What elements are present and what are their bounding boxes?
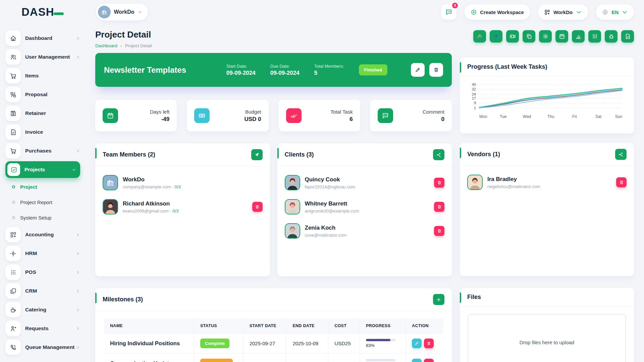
chevron-right-icon — [76, 345, 80, 350]
remove-client-button[interactable] — [434, 178, 444, 188]
edit-milestone-button[interactable] — [412, 359, 422, 362]
sidebar-item[interactable]: Projects — [5, 161, 80, 178]
progress-chart-title: Progress (Last Week Tasks) — [467, 63, 547, 70]
toolbar-button[interactable] — [572, 30, 585, 43]
file-dropzone[interactable]: Drop files here to upload — [468, 314, 626, 362]
stat-value: 6 — [330, 116, 353, 123]
svg-text:Sun: Sun — [615, 114, 622, 119]
chevron-right-icon — [76, 55, 80, 59]
sidebar-item[interactable]: Retainer — [5, 104, 80, 123]
sidebar-item[interactable]: Dashboard — [5, 29, 80, 48]
client-email: fapor22014@oglerau.com — [305, 184, 356, 189]
column-header: ACTION — [406, 318, 443, 334]
member-name: Richard Atkinson — [123, 200, 178, 207]
topbar: DASH WorkDo 0 Create Workspace WorkDo EN — [0, 0, 644, 24]
sidebar-item[interactable]: Proposal — [5, 85, 80, 104]
svg-text:Wed: Wed — [523, 114, 531, 119]
toolbar-button[interactable] — [605, 30, 618, 43]
workspace-switcher[interactable]: WorkDo — [96, 4, 148, 20]
remove-client-button[interactable] — [434, 202, 444, 212]
milestones-card: Milestones (3) NAMESTATUSSTART DATEEND D… — [95, 288, 452, 362]
sidebar-item-label: Dashboard — [25, 35, 76, 41]
report-file-icon — [625, 33, 631, 40]
svg-text:Tue: Tue — [500, 114, 507, 119]
retainer-icon — [10, 110, 17, 117]
sidebar-item[interactable]: Accounting — [5, 225, 80, 244]
sidebar-item[interactable]: Catering — [5, 300, 80, 319]
toolbar-button[interactable] — [490, 30, 502, 43]
files-title: Files — [467, 294, 481, 301]
svg-text:32: 32 — [472, 87, 476, 91]
sidebar-item[interactable]: Invoice — [5, 123, 80, 141]
breadcrumb-separator: › — [120, 43, 122, 48]
edit-milestone-button[interactable] — [412, 339, 422, 348]
logo[interactable]: DASH — [21, 6, 64, 18]
team-members-card: Team Members (2) WorkDo — [95, 143, 270, 276]
trash-icon — [433, 67, 439, 73]
delete-project-button[interactable] — [429, 63, 443, 77]
client-row: Whitney Barrett antgrumik30@example.com — [285, 199, 445, 215]
project-name: Newsletter Templates — [104, 65, 226, 75]
sidebar-item-label: HRM — [25, 250, 76, 256]
remove-client-button[interactable] — [434, 226, 444, 236]
create-workspace-button[interactable]: Create Workspace — [465, 4, 530, 20]
chat-icon — [382, 112, 389, 119]
start-date-label: Start Date: — [226, 64, 256, 69]
sidebar-item[interactable]: User Management — [5, 48, 80, 66]
sidebar-subitem[interactable]: Project — [5, 179, 80, 194]
total-members-label: Total Members: — [314, 64, 344, 69]
delete-milestone-button[interactable] — [424, 339, 434, 348]
toolbar-button[interactable] — [473, 30, 486, 43]
calendar-icon — [107, 112, 114, 119]
sidebar-item[interactable]: POS — [5, 263, 80, 282]
coffee-icon — [10, 306, 17, 313]
toolbar-button[interactable] — [523, 30, 535, 43]
messages-button[interactable]: 0 — [441, 4, 457, 20]
workspace-menu-button[interactable]: WorkDo — [538, 4, 588, 20]
chevron-down-icon — [576, 9, 582, 15]
sidebar-item[interactable]: Purchases — [5, 141, 80, 160]
clients-title: Clients (3) — [285, 151, 314, 158]
breadcrumb-dashboard-link[interactable]: Dashboard — [95, 43, 117, 48]
sidebar-item[interactable]: Items — [5, 66, 80, 85]
share-clients-button[interactable] — [433, 149, 444, 160]
toolbar-button[interactable] — [588, 30, 601, 43]
chevron-right-icon — [76, 251, 80, 256]
language-selector[interactable]: EN — [596, 4, 634, 20]
sidebar-item[interactable]: Requests — [5, 319, 80, 338]
vendor-name: Ira Bradley — [487, 176, 540, 183]
chevron-right-icon — [76, 36, 80, 41]
toolbar-button[interactable] — [555, 30, 568, 43]
milestone-name: Communication Updates — [104, 354, 194, 362]
stat-card: Days left -49 — [95, 100, 177, 131]
column-header: STATUS — [194, 318, 243, 334]
toolbar-button[interactable] — [621, 30, 634, 43]
sidebar-item[interactable]: CRM — [5, 282, 80, 300]
milestones-table: NAMESTATUSSTART DATEEND DATECOSTPROGRESS… — [104, 318, 443, 362]
grid-dots-icon — [10, 269, 17, 276]
chevron-right-icon — [76, 233, 80, 237]
add-milestone-button[interactable] — [433, 294, 444, 305]
sidebar-item[interactable]: HRM — [5, 244, 80, 263]
toolbar-button[interactable] — [539, 30, 552, 43]
main-content: Project Detail Dashboard › Project Detai… — [86, 24, 644, 362]
progress-chart: 4032241791MonTueWedThuFriSatSun — [467, 81, 625, 120]
invite-member-button[interactable] — [251, 149, 263, 160]
sidebar-subitem[interactable]: System Setup — [5, 210, 80, 225]
stat-value: USD 0 — [244, 116, 261, 123]
delete-milestone-button[interactable] — [424, 359, 434, 362]
edit-project-button[interactable] — [411, 63, 425, 77]
sidebar-item[interactable]: Queue Management — [5, 338, 80, 357]
remove-member-button[interactable] — [252, 202, 263, 212]
sidebar-subitem[interactable]: Project Report — [5, 194, 80, 210]
share-vendors-button[interactable] — [615, 149, 627, 160]
svg-text:Mon: Mon — [479, 114, 487, 119]
avatar — [285, 223, 300, 239]
toolbar-button[interactable] — [506, 30, 519, 43]
milestone-name: Hiring Individual Positions — [104, 334, 194, 354]
column-header: END DATE — [286, 318, 328, 334]
page-toolbar — [473, 30, 634, 43]
svg-text:Sat: Sat — [595, 114, 602, 119]
remove-vendor-button[interactable] — [616, 177, 627, 187]
trash-icon — [619, 180, 624, 185]
